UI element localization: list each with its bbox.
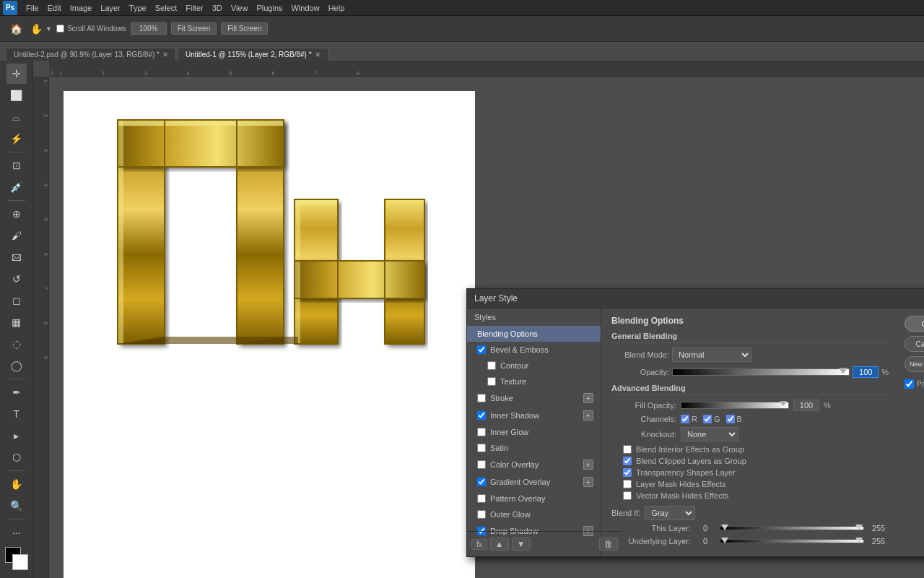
menu-plugins[interactable]: Plugins [252,2,287,14]
blend-clipped-checkbox[interactable] [623,457,632,465]
home-button[interactable]: 🏠 [6,19,26,39]
color-overlay-checkbox[interactable] [477,460,486,469]
tool-dropdown-arrow[interactable]: ▼ [45,25,52,33]
fit-screen-button[interactable]: Fit Screen [171,22,217,35]
this-layer-thumb-right[interactable] [855,525,863,530]
eyedropper-tool[interactable]: 💉 [6,177,27,197]
scroll-all-windows-checkbox[interactable] [56,25,64,33]
history-brush-tool[interactable]: ↺ [6,269,27,289]
opacity-input[interactable]: 100 [853,366,879,378]
underlying-layer-thumb-left[interactable] [721,538,728,543]
menu-select[interactable]: Select [151,2,182,14]
foreground-background-colors[interactable] [5,547,28,570]
channel-g-checkbox[interactable] [703,415,712,423]
eraser-tool[interactable]: ◻ [6,290,27,311]
blending-options-item[interactable]: Blending Options [467,326,601,342]
satin-checkbox[interactable] [477,444,486,452]
magic-wand-tool[interactable]: ⚡ [6,129,27,149]
contour-item[interactable]: Contour [467,358,601,374]
move-down-button[interactable]: ▼ [512,538,531,551]
zoom-tool[interactable]: 🔍 [6,496,27,516]
gradient-tool[interactable]: ▦ [6,312,27,332]
underlying-layer-thumb-right[interactable] [855,538,863,543]
knockout-select[interactable]: None Shallow Deep [681,427,738,441]
blur-tool[interactable]: ◌ [6,334,27,354]
fill-opacity-input[interactable]: 100 [793,400,819,411]
menu-file[interactable]: File [22,2,43,14]
texture-checkbox[interactable] [487,377,496,386]
move-tool[interactable]: ✛ [6,64,27,84]
contour-checkbox[interactable] [487,361,496,370]
inner-shadow-plus-button[interactable]: + [583,410,593,420]
shape-tool[interactable]: ⬡ [6,447,27,467]
pen-tool[interactable]: ✒ [6,382,27,402]
background-color[interactable] [12,554,28,570]
hand-tool[interactable]: ✋ [6,474,27,494]
tab-untitled2[interactable]: Untitled-2.psd @ 90.9% (Layer 13, RGB/8#… [6,48,176,61]
transparency-shapes-label[interactable]: Transparency Shapes Layer [636,468,736,477]
tab-untitled1-close[interactable]: ✕ [315,51,321,59]
color-overlay-plus-button[interactable]: + [583,460,593,470]
cancel-button[interactable]: Cancel [905,336,924,352]
lasso-tool[interactable]: ⌓ [6,107,27,127]
menu-help[interactable]: Help [324,2,349,14]
inner-shadow-checkbox[interactable] [477,411,486,420]
new-style-button[interactable]: New Style... [905,356,924,372]
vector-mask-hides-checkbox[interactable] [623,491,632,500]
transparency-shapes-checkbox[interactable] [623,468,632,477]
menu-window[interactable]: Window [287,2,324,14]
clone-stamp-tool[interactable]: 🖂 [6,247,27,267]
document-canvas[interactable] [64,91,475,578]
menu-filter[interactable]: Filter [181,2,207,14]
menu-3d[interactable]: 3D [208,2,227,14]
layer-mask-hides-checkbox[interactable] [623,480,632,488]
healing-brush-tool[interactable]: ⊕ [6,204,27,224]
menu-type[interactable]: Type [125,2,151,14]
gradient-overlay-item[interactable]: Gradient Overlay + [467,473,601,491]
underlying-layer-slider[interactable] [720,536,864,546]
outer-glow-checkbox[interactable] [477,510,486,519]
outer-glow-item[interactable]: Outer Glow [467,506,601,522]
move-up-button[interactable]: ▲ [490,538,509,551]
menu-layer[interactable]: Layer [96,2,125,14]
crop-tool[interactable]: ⊡ [6,155,27,176]
tab-untitled1[interactable]: Untitled-1 @ 115% (Layer 2, RGB/8#) * ✕ [178,48,328,61]
dialog-title-bar[interactable]: Layer Style [467,289,924,309]
blend-interior-label[interactable]: Blend Interior Effects as Group [636,445,744,454]
gradient-overlay-checkbox[interactable] [477,478,486,486]
fill-screen-button[interactable]: Fill Screen [221,22,268,35]
channel-b-checkbox[interactable] [726,415,735,423]
brush-tool[interactable]: 🖌 [6,225,27,246]
menu-image[interactable]: Image [66,2,97,14]
pattern-overlay-item[interactable]: Pattern Overlay [467,491,601,506]
layer-mask-hides-label[interactable]: Layer Mask Hides Effects [636,480,726,488]
tab-untitled2-close[interactable]: ✕ [162,51,168,59]
texture-item[interactable]: Texture [467,374,601,389]
stroke-plus-button[interactable]: + [583,393,593,403]
menu-edit[interactable]: Edit [43,2,66,14]
this-layer-slider[interactable] [720,523,864,533]
this-layer-thumb-left[interactable] [721,525,728,530]
stroke-checkbox[interactable] [477,394,486,402]
inner-glow-checkbox[interactable] [477,428,486,436]
blend-if-select[interactable]: Gray Red Green Blue [645,506,695,520]
ok-button[interactable]: OK [905,316,924,332]
blend-clipped-label[interactable]: Blend Clipped Layers as Group [636,457,746,465]
blend-interior-checkbox[interactable] [623,445,632,454]
rectangular-marquee-tool[interactable]: ⬜ [6,85,27,105]
opacity-slider[interactable] [672,368,850,376]
more-tools[interactable]: ··· [6,522,27,543]
color-overlay-item[interactable]: Color Overlay + [467,456,601,473]
delete-style-button[interactable]: 🗑 [599,538,618,551]
vector-mask-hides-label[interactable]: Vector Mask Hides Effects [636,491,728,500]
text-tool[interactable]: T [6,404,27,424]
satin-item[interactable]: Satin [467,440,601,456]
fill-opacity-slider[interactable] [681,402,789,409]
blend-mode-select[interactable]: Normal Dissolve Multiply Screen Overlay [672,348,751,362]
inner-shadow-item[interactable]: Inner Shadow + [467,407,601,424]
fx-button[interactable]: fx [471,539,487,550]
zoom-input[interactable] [131,22,167,35]
menu-view[interactable]: View [227,2,253,14]
gradient-overlay-plus-button[interactable]: + [583,477,593,487]
stroke-item[interactable]: Stroke + [467,389,601,407]
